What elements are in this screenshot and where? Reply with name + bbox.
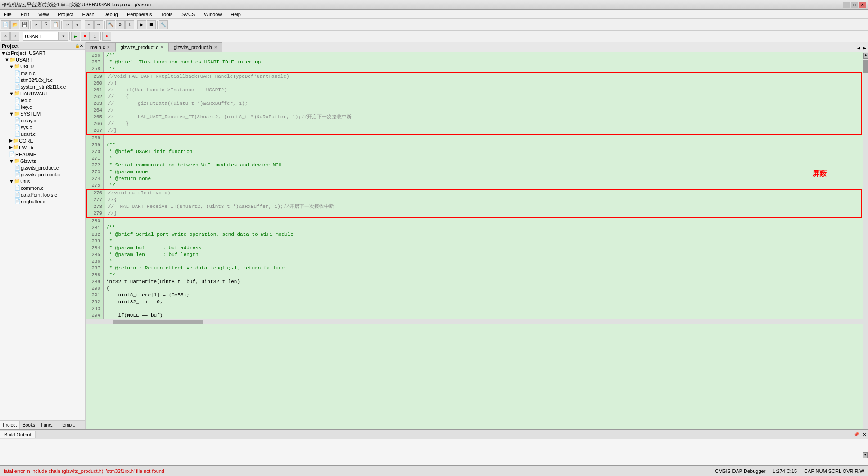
menu-project[interactable]: Project bbox=[56, 11, 75, 18]
open-button[interactable]: 📂 bbox=[10, 20, 19, 29]
tree-gizwits-product[interactable]: 📄 gizwits_product.c bbox=[0, 164, 85, 171]
tree-usart-c[interactable]: 📄 usart.c bbox=[0, 130, 85, 137]
code-editor[interactable]: 屏蔽 256 /** 257 * @brief This function ha… bbox=[86, 52, 863, 429]
code-line-272: 272 * Serial communication between WiFi … bbox=[86, 162, 863, 169]
code-line-262: 262 // { bbox=[87, 94, 861, 100]
tree-stm32-it[interactable]: 📄 stm32f10x_it.c bbox=[0, 76, 85, 83]
tab-close-gp[interactable]: ✕ bbox=[160, 45, 164, 49]
status-error-message: fatal error in include chain (gizwits_pr… bbox=[4, 468, 164, 474]
tree-ringbuffer[interactable]: 📄 ringbuffer.c bbox=[0, 198, 85, 205]
debug-start-button[interactable]: ▶ bbox=[137, 20, 146, 29]
file-icon3: 📄 bbox=[14, 84, 21, 90]
toolbar2-btn2[interactable]: ⚡ bbox=[10, 32, 19, 41]
editor-area: main.c ✕ gizwits_product.c ✕ gizwits_pro… bbox=[86, 42, 868, 429]
redo-button[interactable]: ↪ bbox=[72, 20, 81, 29]
copy-button[interactable]: ⎘ bbox=[41, 20, 50, 29]
run-button[interactable]: ▶ bbox=[71, 32, 80, 41]
stop-button[interactable]: ■ bbox=[81, 32, 90, 41]
menu-help[interactable]: Help bbox=[229, 11, 243, 18]
hscroll-thumb[interactable] bbox=[113, 320, 203, 324]
project-header-label: Project bbox=[2, 43, 18, 49]
tree-label-delay: delay.c bbox=[21, 118, 36, 123]
menu-svcs[interactable]: SVCS bbox=[180, 11, 197, 18]
nav-forward-button[interactable]: → bbox=[94, 20, 103, 29]
menu-debug[interactable]: Debug bbox=[102, 11, 120, 18]
tree-label-core: CORE bbox=[19, 138, 33, 144]
tree-datapoint[interactable]: 📄 dataPointTools.c bbox=[0, 191, 85, 198]
status-keyboard: CAP NUM SCRL OVR R/W bbox=[804, 468, 864, 474]
toolbar2-btn1[interactable]: ⚙ bbox=[1, 32, 10, 41]
download-button[interactable]: ⬇ bbox=[125, 20, 134, 29]
build-all-button[interactable]: ⚙ bbox=[116, 20, 125, 29]
tab-close-main[interactable]: ✕ bbox=[107, 45, 110, 49]
tabs-bar: main.c ✕ gizwits_product.c ✕ gizwits_pro… bbox=[86, 42, 868, 52]
maximize-button[interactable]: □ bbox=[851, 2, 858, 8]
tree-utils[interactable]: ▼ 📁 Utils bbox=[0, 178, 85, 184]
code-line-291: 291 uint8_t crc[1] = {0x55}; bbox=[86, 292, 863, 299]
panel-tab-books[interactable]: Books bbox=[20, 421, 38, 429]
panel-close-button[interactable]: ✕ bbox=[861, 432, 868, 437]
minimize-button[interactable]: _ bbox=[843, 2, 850, 8]
tree-key[interactable]: 📄 key.c bbox=[0, 103, 85, 110]
tab-main-c[interactable]: main.c ✕ bbox=[86, 42, 115, 52]
panel-tab-temp[interactable]: Temp... bbox=[58, 421, 79, 429]
build-button[interactable]: 🔨 bbox=[106, 20, 115, 29]
tree-user[interactable]: ▼ 📁 USER bbox=[0, 63, 85, 70]
commented-block-2: 276 //void uartInit(void) 277 //{ 278 //… bbox=[86, 189, 862, 218]
menu-file[interactable]: File bbox=[2, 11, 14, 18]
new-file-button[interactable]: 📄 bbox=[1, 20, 10, 29]
tree-fwlib[interactable]: ▶ 📁 FWLib bbox=[0, 144, 85, 151]
close-button[interactable]: ✕ bbox=[859, 2, 866, 8]
tree-hardware[interactable]: ▼ 📁 HARDWARE bbox=[0, 90, 85, 97]
horizontal-scrollbar[interactable] bbox=[86, 319, 863, 324]
tab-gizwits-product-c[interactable]: gizwits_product.c ✕ bbox=[115, 42, 168, 52]
tree-system-stm32[interactable]: 📄 system_stm32f10x.c bbox=[0, 83, 85, 90]
tab-gizwits-product-h[interactable]: gizwits_product.h ✕ bbox=[169, 42, 222, 52]
debug-stop-button[interactable]: ⏹ bbox=[147, 20, 156, 29]
tree-sys[interactable]: 📄 sys.c bbox=[0, 124, 85, 130]
target-options-button[interactable]: ▼ bbox=[59, 32, 68, 41]
tree-readme[interactable]: 📄 README bbox=[0, 151, 85, 157]
file-icon-gpr: 📄 bbox=[14, 171, 21, 177]
tree-gizwits[interactable]: ▼ 📁 Gizwits bbox=[0, 157, 85, 164]
tree-usart[interactable]: ▼ 📁 USART bbox=[0, 56, 85, 63]
cut-button[interactable]: ✂ bbox=[32, 20, 41, 29]
panel-tab-func[interactable]: Func... bbox=[38, 421, 58, 429]
toolbar2: ⚙ ⚡ USART ▼ ▶ ■ ⤵ ● bbox=[0, 31, 868, 42]
menu-tools[interactable]: Tools bbox=[159, 11, 175, 18]
undo-button[interactable]: ↩ bbox=[63, 20, 72, 29]
code-line-282: 282 * @brief Serial port write operation… bbox=[86, 231, 863, 238]
paste-button[interactable]: 📋 bbox=[51, 20, 60, 29]
panel-pin-button[interactable]: 📌 bbox=[852, 432, 861, 437]
step-button[interactable]: ⤵ bbox=[90, 32, 99, 41]
target-dropdown[interactable]: USART bbox=[23, 32, 59, 41]
vertical-scrollbar[interactable]: ▲ ▼ bbox=[863, 52, 868, 429]
menu-edit[interactable]: Edit bbox=[19, 11, 31, 18]
tree-system[interactable]: ▼ 📁 SYSTEM bbox=[0, 110, 85, 117]
code-line-284: 284 * @param buf : buf address bbox=[86, 245, 863, 251]
tree-project-usart[interactable]: ▼ 🗂 Project: USART bbox=[0, 50, 85, 56]
tree-main-c[interactable]: 📄 main.c bbox=[0, 70, 85, 76]
breakpoint-button[interactable]: ● bbox=[102, 32, 111, 41]
menu-view[interactable]: View bbox=[36, 11, 51, 18]
tree-led[interactable]: 📄 led.c bbox=[0, 97, 85, 103]
tree-common[interactable]: 📄 common.c bbox=[0, 184, 85, 191]
tab-close-gph[interactable]: ✕ bbox=[214, 45, 217, 49]
tree-gizwits-protocol[interactable]: 📄 gizwits_protocol.c bbox=[0, 171, 85, 178]
tree-delay[interactable]: 📄 delay.c bbox=[0, 117, 85, 124]
tree-label-gizwits-protocol: gizwits_protocol.c bbox=[21, 172, 60, 177]
settings-button[interactable]: 🔧 bbox=[159, 20, 168, 29]
menu-window[interactable]: Window bbox=[202, 11, 223, 18]
scroll-thumb[interactable] bbox=[863, 60, 868, 73]
tab-scroll-left[interactable]: ◀ bbox=[855, 45, 862, 52]
save-button[interactable]: 💾 bbox=[20, 20, 29, 29]
scroll-up-button[interactable]: ▲ bbox=[863, 53, 868, 59]
nav-back-button[interactable]: ← bbox=[85, 20, 94, 29]
menu-peripherals[interactable]: Peripherals bbox=[125, 11, 154, 18]
build-output-tab[interactable]: Build Output bbox=[0, 431, 36, 438]
menu-flash[interactable]: Flash bbox=[81, 11, 96, 18]
tab-scroll-right[interactable]: ▶ bbox=[862, 45, 868, 52]
code-line-280: 280 bbox=[86, 218, 863, 225]
panel-tab-project[interactable]: Project bbox=[0, 421, 20, 429]
tree-core[interactable]: ▶ 📁 CORE bbox=[0, 137, 85, 144]
